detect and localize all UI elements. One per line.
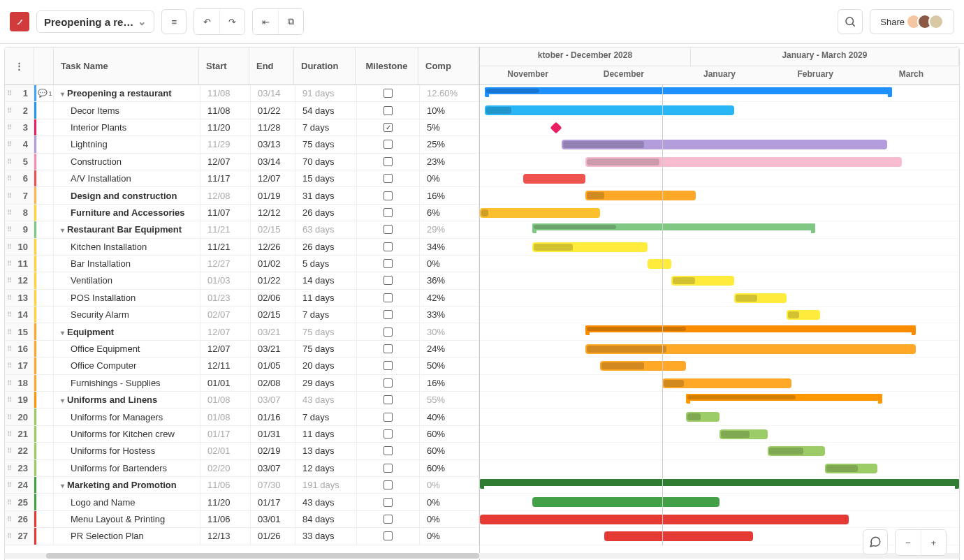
milestone-checkbox[interactable] [357,511,420,527]
completion-value[interactable]: 16% [420,187,479,203]
task-name[interactable]: POS Installation [54,290,200,306]
milestone-checkbox[interactable] [357,239,420,255]
drag-handle-icon[interactable]: ⠿ [7,243,12,251]
cell-dur[interactable]: 43 days [295,494,357,510]
comment-cell[interactable] [37,187,54,203]
milestone-checkbox[interactable] [357,528,420,544]
task-name[interactable]: Construction [54,154,200,170]
drag-handle-icon[interactable]: ⠿ [7,413,12,421]
completion-value[interactable]: 29% [420,221,479,237]
completion-value[interactable]: 33% [420,307,479,323]
cell-start[interactable]: 01/23 [200,290,251,306]
completion-value[interactable]: 5% [420,119,479,135]
table-row[interactable]: ⠿3Interior Plants11/2011/287 days✓5% [5,119,479,136]
completion-value[interactable]: 0% [420,170,479,186]
table-row[interactable]: ⠿17Office Computer12/1101/0520 days50% [5,358,479,374]
comment-cell[interactable] [37,494,54,510]
cell-start[interactable]: 12/07 [200,341,251,357]
comment-cell[interactable] [37,290,54,306]
cell-dur[interactable]: 12 days [295,460,357,476]
drag-handle-icon[interactable]: ⠿ [7,158,12,165]
gantt-bar[interactable] [485,105,734,115]
comment-cell[interactable] [37,307,54,323]
cell-end[interactable]: 01/16 [251,408,295,425]
drag-handle-icon[interactable]: ⠿ [7,294,12,302]
completion-value[interactable]: 16% [420,375,479,391]
table-row[interactable]: ⠿10Kitchen Installation11/2112/2626 days… [5,239,479,256]
project-selector[interactable]: Preopening a re… ⌄ [36,10,154,33]
milestone-checkbox[interactable] [357,290,420,306]
cell-start[interactable]: 12/13 [200,528,251,544]
cell-start[interactable]: 02/20 [200,460,251,476]
comment-cell[interactable] [37,136,54,152]
col-duration[interactable]: Duration [294,47,356,84]
comment-cell[interactable] [37,102,54,118]
comment-cell[interactable] [37,272,54,288]
task-name[interactable]: Decor Items [54,102,200,118]
drag-handle-icon[interactable]: ⠿ [7,532,12,540]
cell-end[interactable]: 01/05 [251,358,295,374]
milestone-checkbox[interactable] [357,375,420,391]
gantt-bar[interactable] [485,87,892,94]
drag-handle-icon[interactable]: ⠿ [7,209,12,216]
task-name[interactable]: Kitchen Installation [54,239,200,255]
gantt-bar[interactable] [686,412,720,422]
cell-dur[interactable]: 54 days [295,102,357,118]
cell-dur[interactable]: 26 days [295,205,357,221]
comment-cell[interactable] [37,341,54,357]
cell-end[interactable]: 01/17 [251,494,295,510]
milestone-checkbox[interactable] [357,221,420,237]
task-name[interactable]: Office Equipment [54,341,200,357]
cell-end[interactable]: 01/26 [251,528,295,544]
comment-cell[interactable] [37,477,54,493]
cell-dur[interactable]: 75 days [295,136,357,152]
cell-end[interactable]: 01/02 [251,256,295,272]
cell-dur[interactable]: 191 days [295,477,357,493]
cell-dur[interactable]: 29 days [295,375,357,391]
cell-dur[interactable]: 43 days [295,392,357,408]
comment-cell[interactable]: 💬1 [37,85,54,101]
task-name[interactable]: Furniture and Accessories [54,205,200,221]
col-milestone[interactable]: Milestone [356,47,418,84]
drag-handle-icon[interactable]: ⠿ [7,447,12,455]
milestone-checkbox[interactable] [357,154,420,170]
task-name[interactable]: Interior Plants [54,119,200,135]
horizontal-scrollbar[interactable] [4,553,960,559]
cell-dur[interactable]: 75 days [295,323,357,339]
table-row[interactable]: ⠿26Menu Layout & Printing11/0603/0184 da… [5,511,479,528]
cell-end[interactable]: 01/22 [251,102,295,118]
comment-cell[interactable] [37,511,54,527]
cell-start[interactable]: 11/20 [200,494,251,510]
cell-start[interactable]: 01/08 [200,392,251,408]
milestone-checkbox[interactable] [357,443,420,459]
gantt-bar[interactable] [532,497,720,507]
gantt-bar[interactable] [600,361,686,371]
gantt-bar[interactable] [768,446,825,456]
cell-dur[interactable]: 91 days [295,85,357,101]
task-name[interactable]: Lightning [54,136,200,152]
milestone-checkbox[interactable] [357,323,420,339]
grid-menu-button[interactable]: ⋮ [5,47,34,84]
indent-right-button[interactable]: ⧉ [278,9,303,34]
completion-value[interactable]: 0% [420,511,479,527]
comment-cell[interactable] [37,119,54,135]
task-name[interactable]: Menu Layout & Printing [54,511,200,527]
gantt-bar[interactable] [734,293,787,303]
completion-value[interactable]: 12.60% [420,85,479,101]
completion-value[interactable]: 60% [420,460,479,476]
completion-value[interactable]: 60% [420,443,479,459]
cell-dur[interactable]: 75 days [295,341,357,357]
cell-end[interactable]: 07/30 [251,477,295,493]
completion-value[interactable]: 34% [420,239,479,255]
zoom-in-button[interactable]: + [921,530,946,555]
comment-cell[interactable] [37,323,54,339]
cell-end[interactable]: 03/21 [251,341,295,357]
cell-end[interactable]: 03/07 [251,392,295,408]
drag-handle-icon[interactable]: ⠿ [7,192,12,200]
drag-handle-icon[interactable]: ⠿ [7,277,12,284]
milestone-checkbox[interactable] [357,358,420,374]
table-row[interactable]: ⠿23Uniforms for Bartenders02/2003/0712 d… [5,460,479,477]
gantt-milestone[interactable] [550,121,562,133]
comment-cell[interactable] [37,375,54,391]
table-row[interactable]: ⠿7Design and construction12/0801/1931 da… [5,187,479,204]
